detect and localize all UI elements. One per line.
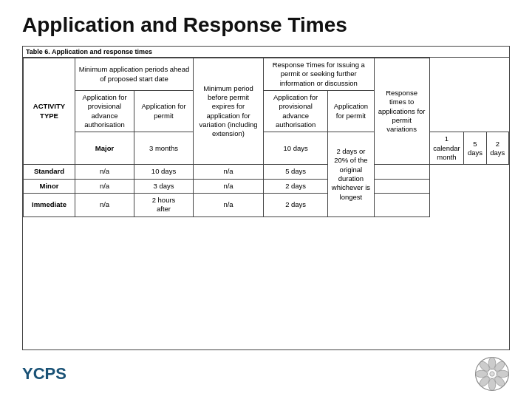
svg-point-3 xyxy=(497,370,508,378)
header-app-provisional: Application for provisional advance auth… xyxy=(75,91,134,132)
ycps-label: YCPS xyxy=(22,364,66,383)
row-minor-resp-permit: 2 days xyxy=(264,179,328,193)
row-major-min-permit: 10 days xyxy=(264,132,328,165)
table-row-minor: Minor n/a 3 days n/a 2 days xyxy=(24,179,509,193)
header-row-2: Application for provisional advance auth… xyxy=(24,91,509,132)
row-standard-resp-variation xyxy=(374,165,429,179)
svg-point-1 xyxy=(488,358,496,369)
footer: YCPS xyxy=(22,356,510,392)
row-major-resp-provisional: 1 calendarmonth xyxy=(429,132,464,165)
main-table: Table 6. Application and response times … xyxy=(23,47,509,217)
row-standard-type: Standard xyxy=(24,165,75,179)
header-resp-provisional: Application for provisional advance auth… xyxy=(264,91,328,132)
header-app-permit: Application for permit xyxy=(134,91,194,132)
row-immediate-resp-provisional: n/a xyxy=(194,194,264,217)
header-min-app-periods: Minimum application periods ahead of pro… xyxy=(75,58,194,91)
row-major-min-provisional: 3 months xyxy=(134,132,194,165)
header-response-issuing: Response Times for Issuing a permit or s… xyxy=(264,58,375,91)
row-standard-resp-permit: 5 days xyxy=(264,165,328,179)
row-variation-shared: 2 days or20% of theoriginaldurationwhich… xyxy=(328,132,374,216)
header-activity-type: ACTIVITY TYPE xyxy=(24,58,75,165)
header-row-1: ACTIVITY TYPE Minimum application period… xyxy=(24,58,509,91)
row-minor-resp-provisional: n/a xyxy=(194,179,264,193)
table-row-standard: Standard n/a 10 days n/a 5 days xyxy=(24,165,509,179)
svg-point-10 xyxy=(490,372,494,376)
row-minor-type: Minor xyxy=(24,179,75,193)
row-immediate-resp-permit: 2 days xyxy=(264,194,328,217)
row-immediate-type: Immediate xyxy=(24,194,75,217)
table-container: Table 6. Application and response times … xyxy=(22,46,510,350)
row-minor-resp-variation xyxy=(374,179,429,193)
row-standard-min-provisional: n/a xyxy=(75,165,134,179)
row-immediate-resp-variation xyxy=(374,194,429,217)
table-row-major: Major 3 months 10 days 2 days or20% of t… xyxy=(24,132,509,165)
row-immediate-min-provisional: n/a xyxy=(75,194,134,217)
header-min-period-before: Minimum period before permit expires for… xyxy=(194,58,264,165)
svg-point-5 xyxy=(488,378,496,390)
header-resp-permit: Application for permit xyxy=(328,91,374,132)
table-caption: Table 6. Application and response times xyxy=(23,47,509,58)
row-major-resp-variation: 2 days xyxy=(486,132,508,165)
rose-icon xyxy=(474,356,510,392)
svg-point-7 xyxy=(476,370,488,378)
page: Application and Response Times Table 6. … xyxy=(0,0,532,399)
row-minor-min-provisional: n/a xyxy=(75,179,134,193)
row-immediate-min-permit: 2 hoursafter xyxy=(134,194,194,217)
header-response-variations: Response times to applications for permi… xyxy=(374,58,429,165)
page-title: Application and Response Times xyxy=(22,13,510,37)
row-major-type: Major xyxy=(75,132,134,165)
row-standard-resp-provisional: n/a xyxy=(194,165,264,179)
row-standard-min-permit: 10 days xyxy=(134,165,194,179)
row-major-resp-permit: 5 days xyxy=(464,132,486,165)
table-row-immediate: Immediate n/a 2 hoursafter n/a 2 days xyxy=(24,194,509,217)
row-minor-min-permit: 3 days xyxy=(134,179,194,193)
